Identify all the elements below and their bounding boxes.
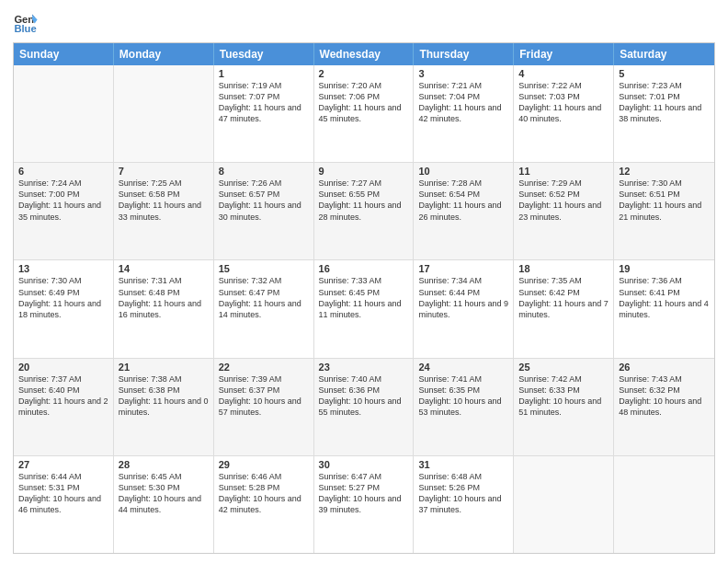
calendar-cell: 3 Sunrise: 7:21 AMSunset: 7:04 PMDayligh… [414,65,514,162]
calendar-cell: 18 Sunrise: 7:35 AMSunset: 6:42 PMDaylig… [514,260,614,357]
cell-info: Sunrise: 7:25 AMSunset: 6:58 PMDaylight:… [119,178,209,223]
day-number: 30 [319,459,409,470]
cell-info: Sunrise: 7:23 AMSunset: 7:01 PMDaylight:… [619,80,710,125]
logo-icon: Gen Blue [13,9,39,35]
day-number: 31 [418,459,508,470]
day-number: 15 [219,263,309,274]
day-number: 17 [418,263,508,274]
day-number: 9 [319,166,409,177]
calendar-cell: 30 Sunrise: 6:47 AMSunset: 5:27 PMDaylig… [314,456,415,553]
calendar-cell: 2 Sunrise: 7:20 AMSunset: 7:06 PMDayligh… [314,65,415,162]
header-day-thursday: Thursday [414,43,514,65]
cell-info: Sunrise: 7:21 AMSunset: 7:04 PMDaylight:… [418,80,508,125]
cell-info: Sunrise: 7:32 AMSunset: 6:47 PMDaylight:… [219,275,309,320]
calendar-cell: 25 Sunrise: 7:42 AMSunset: 6:33 PMDaylig… [514,359,614,455]
day-number: 18 [518,263,609,274]
cell-info: Sunrise: 7:28 AMSunset: 6:54 PMDaylight:… [418,178,508,223]
day-number: 13 [18,263,108,274]
day-number: 25 [518,362,609,373]
header-day-sunday: Sunday [14,43,114,65]
day-number: 7 [119,166,209,177]
day-number: 29 [219,459,309,470]
svg-text:Blue: Blue [14,23,36,34]
calendar-cell: 16 Sunrise: 7:33 AMSunset: 6:45 PMDaylig… [314,260,415,357]
calendar-header: SundayMondayTuesdayWednesdayThursdayFrid… [14,43,714,65]
cell-info: Sunrise: 7:35 AMSunset: 6:42 PMDaylight:… [518,275,609,320]
calendar-row-5: 27 Sunrise: 6:44 AMSunset: 5:31 PMDaylig… [14,455,714,553]
calendar-cell: 20 Sunrise: 7:37 AMSunset: 6:40 PMDaylig… [14,359,114,455]
cell-info: Sunrise: 7:38 AMSunset: 6:38 PMDaylight:… [119,373,209,419]
day-number: 14 [119,263,209,274]
day-number: 8 [219,166,309,177]
day-number: 12 [619,166,710,177]
day-number: 11 [518,166,609,177]
header-day-friday: Friday [514,43,614,65]
cell-info: Sunrise: 7:22 AMSunset: 7:03 PMDaylight:… [518,80,609,125]
cell-info: Sunrise: 6:48 AMSunset: 5:26 PMDaylight:… [418,471,508,516]
day-number: 10 [418,166,508,177]
calendar-row-1: 1 Sunrise: 7:19 AMSunset: 7:07 PMDayligh… [14,65,714,162]
day-number: 1 [219,68,309,79]
cell-info: Sunrise: 7:37 AMSunset: 6:40 PMDaylight:… [18,373,108,419]
calendar-cell [114,65,214,162]
day-number: 28 [119,459,209,470]
calendar-cell: 1 Sunrise: 7:19 AMSunset: 7:07 PMDayligh… [214,65,314,162]
day-number: 5 [619,68,710,79]
day-number: 6 [18,166,108,177]
calendar-cell: 6 Sunrise: 7:24 AMSunset: 7:00 PMDayligh… [14,163,114,259]
cell-info: Sunrise: 7:24 AMSunset: 7:00 PMDaylight:… [18,178,108,223]
cell-info: Sunrise: 7:42 AMSunset: 6:33 PMDaylight:… [518,373,609,419]
calendar-cell: 11 Sunrise: 7:29 AMSunset: 6:52 PMDaylig… [514,163,614,259]
cell-info: Sunrise: 7:19 AMSunset: 7:07 PMDaylight:… [219,80,309,125]
calendar-cell: 9 Sunrise: 7:27 AMSunset: 6:55 PMDayligh… [314,163,415,259]
calendar-cell: 10 Sunrise: 7:28 AMSunset: 6:54 PMDaylig… [414,163,514,259]
calendar-cell: 14 Sunrise: 7:31 AMSunset: 6:48 PMDaylig… [114,260,214,357]
calendar-row-2: 6 Sunrise: 7:24 AMSunset: 7:00 PMDayligh… [14,162,714,259]
cell-info: Sunrise: 6:46 AMSunset: 5:28 PMDaylight:… [219,471,309,516]
day-number: 27 [18,459,108,470]
calendar-cell: 27 Sunrise: 6:44 AMSunset: 5:31 PMDaylig… [14,456,114,553]
day-number: 21 [119,362,209,373]
calendar-cell: 4 Sunrise: 7:22 AMSunset: 7:03 PMDayligh… [514,65,614,162]
calendar-cell: 28 Sunrise: 6:45 AMSunset: 5:30 PMDaylig… [114,456,214,553]
calendar-cell: 12 Sunrise: 7:30 AMSunset: 6:51 PMDaylig… [614,163,714,259]
calendar-cell [614,456,714,553]
calendar: SundayMondayTuesdayWednesdayThursdayFrid… [13,42,715,554]
day-number: 16 [319,263,409,274]
header-day-wednesday: Wednesday [314,43,415,65]
cell-info: Sunrise: 7:40 AMSunset: 6:36 PMDaylight:… [319,373,409,419]
header-day-monday: Monday [114,43,214,65]
calendar-cell: 31 Sunrise: 6:48 AMSunset: 5:26 PMDaylig… [414,456,514,553]
day-number: 23 [319,362,409,373]
calendar-cell: 5 Sunrise: 7:23 AMSunset: 7:01 PMDayligh… [614,65,714,162]
calendar-cell: 21 Sunrise: 7:38 AMSunset: 6:38 PMDaylig… [114,359,214,455]
cell-info: Sunrise: 7:30 AMSunset: 6:49 PMDaylight:… [18,275,108,320]
cell-info: Sunrise: 7:33 AMSunset: 6:45 PMDaylight:… [319,275,409,320]
calendar-cell: 15 Sunrise: 7:32 AMSunset: 6:47 PMDaylig… [214,260,314,357]
calendar-cell [514,456,614,553]
calendar-cell: 23 Sunrise: 7:40 AMSunset: 6:36 PMDaylig… [314,359,415,455]
cell-info: Sunrise: 7:30 AMSunset: 6:51 PMDaylight:… [619,178,710,223]
day-number: 20 [18,362,108,373]
cell-info: Sunrise: 7:20 AMSunset: 7:06 PMDaylight:… [319,80,409,125]
cell-info: Sunrise: 7:43 AMSunset: 6:32 PMDaylight:… [619,373,710,419]
cell-info: Sunrise: 6:45 AMSunset: 5:30 PMDaylight:… [119,471,209,516]
day-number: 24 [418,362,508,373]
logo: Gen Blue [13,9,39,35]
calendar-cell: 7 Sunrise: 7:25 AMSunset: 6:58 PMDayligh… [114,163,214,259]
calendar-cell: 19 Sunrise: 7:36 AMSunset: 6:41 PMDaylig… [614,260,714,357]
cell-info: Sunrise: 7:27 AMSunset: 6:55 PMDaylight:… [319,178,409,223]
calendar-cell: 13 Sunrise: 7:30 AMSunset: 6:49 PMDaylig… [14,260,114,357]
calendar-cell: 22 Sunrise: 7:39 AMSunset: 6:37 PMDaylig… [214,359,314,455]
calendar-cell: 26 Sunrise: 7:43 AMSunset: 6:32 PMDaylig… [614,359,714,455]
cell-info: Sunrise: 6:47 AMSunset: 5:27 PMDaylight:… [319,471,409,516]
cell-info: Sunrise: 7:31 AMSunset: 6:48 PMDaylight:… [119,275,209,320]
calendar-cell [14,65,114,162]
calendar-cell: 8 Sunrise: 7:26 AMSunset: 6:57 PMDayligh… [214,163,314,259]
cell-info: Sunrise: 6:44 AMSunset: 5:31 PMDaylight:… [18,471,108,516]
day-number: 3 [418,68,508,79]
calendar-body: 1 Sunrise: 7:19 AMSunset: 7:07 PMDayligh… [14,65,714,553]
cell-info: Sunrise: 7:26 AMSunset: 6:57 PMDaylight:… [219,178,309,223]
calendar-cell: 24 Sunrise: 7:41 AMSunset: 6:35 PMDaylig… [414,359,514,455]
header-day-tuesday: Tuesday [214,43,314,65]
